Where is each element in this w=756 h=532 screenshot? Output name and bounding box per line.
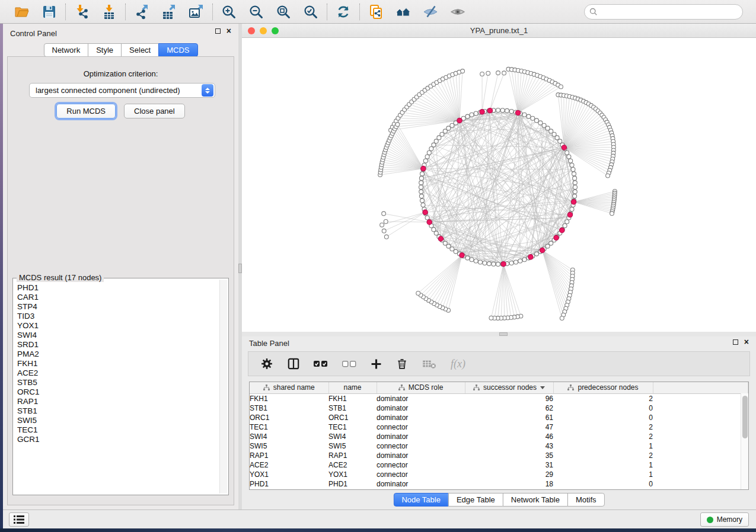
float-window-icon[interactable] (733, 339, 738, 345)
run-mcds-button[interactable]: Run MCDS (56, 104, 116, 118)
save-session-button[interactable] (40, 3, 58, 21)
show-column-panel-button[interactable] (288, 358, 299, 370)
zoom-in-button[interactable] (220, 3, 238, 21)
minimize-traffic-light[interactable] (260, 27, 267, 34)
search-input[interactable] (601, 8, 738, 17)
node-table: shared name name MCDS role successor nod… (249, 382, 749, 490)
control-panel: Control Panel × Network Style Select MCD… (3, 24, 238, 509)
import-network-button[interactable] (73, 3, 91, 21)
table-row[interactable]: PHD1PHD1dominator180 (250, 479, 748, 489)
column-header-shared-name[interactable]: shared name (250, 382, 328, 393)
maximize-traffic-light[interactable] (272, 27, 279, 34)
list-item[interactable]: FKH1 (17, 359, 219, 368)
import-table-button[interactable] (100, 3, 118, 21)
tab-motifs[interactable]: Motifs (567, 493, 605, 507)
table-panel-title: Table Panel (249, 339, 289, 348)
import-table-icon (101, 4, 117, 20)
show-task-history-button[interactable] (9, 512, 29, 527)
dropdown-stepper-icon (202, 84, 213, 97)
delete-table-button[interactable] (422, 358, 436, 369)
column-type-icon (398, 384, 405, 391)
list-item[interactable]: ACE2 (17, 368, 219, 378)
criterion-dropdown[interactable]: largest connected component (undirected) (29, 83, 215, 98)
select-all-columns-button[interactable] (314, 360, 328, 367)
list-item[interactable]: STB1 (17, 406, 219, 416)
export-network-button[interactable] (133, 3, 151, 21)
optimization-criterion-label: Optimization criterion: (8, 69, 234, 78)
open-file-button[interactable] (13, 3, 31, 21)
tab-network-table[interactable]: Network Table (503, 493, 568, 507)
clone-network-button[interactable] (367, 3, 385, 21)
list-item[interactable]: SWI5 (17, 416, 219, 425)
tab-mcds[interactable]: MCDS (158, 43, 197, 57)
column-header-name[interactable]: name (328, 382, 377, 393)
network-window: YPA_prune.txt_1 (242, 24, 756, 332)
table-row[interactable]: SWI4SWI4dominator462 (250, 432, 748, 441)
close-panel-icon[interactable]: × (744, 339, 749, 345)
network-graph[interactable] (242, 38, 755, 332)
export-table-button[interactable] (160, 3, 178, 21)
list-item[interactable]: STB5 (17, 378, 219, 387)
column-header-mcds-role[interactable]: MCDS role (377, 382, 465, 393)
table-row[interactable]: ORC1ORC1dominator610 (250, 413, 748, 422)
zoom-out-button[interactable] (247, 3, 265, 21)
list-item[interactable]: PMA2 (17, 350, 219, 359)
eye-slash-icon (423, 4, 438, 20)
tab-select[interactable]: Select (121, 43, 159, 57)
show-all-button[interactable] (449, 3, 467, 21)
list-item[interactable]: SRD1 (17, 340, 219, 350)
zoom-selected-button[interactable] (302, 3, 320, 21)
splitter-grip[interactable] (499, 332, 508, 336)
table-tabs: Node Table Edge Table Network Table Moti… (393, 493, 604, 507)
tab-style[interactable]: Style (88, 43, 122, 57)
column-header-successor-nodes[interactable]: successor nodes (465, 382, 553, 393)
list-item[interactable]: TID3 (17, 312, 219, 321)
list-item[interactable]: STP4 (17, 302, 219, 312)
list-item[interactable]: SWI4 (17, 331, 219, 340)
table-row[interactable]: SWI5SWI5connector431 (250, 441, 748, 451)
first-neighbors-button[interactable] (394, 3, 412, 21)
network-canvas[interactable] (242, 38, 756, 332)
table-row[interactable]: TEC1TEC1connector472 (250, 422, 748, 432)
tab-edge-table[interactable]: Edge Table (448, 493, 503, 507)
memory-button[interactable]: Memory (700, 512, 749, 527)
column-header-predecessor-nodes[interactable]: predecessor nodes (553, 382, 653, 393)
zoom-fit-button[interactable] (275, 3, 292, 21)
table-row[interactable]: ACE2ACE2connector311 (250, 460, 748, 470)
gear-icon (260, 357, 273, 370)
list-item[interactable]: GCR1 (17, 435, 219, 444)
close-traffic-light[interactable] (248, 27, 255, 34)
list-item[interactable]: TEC1 (17, 425, 219, 435)
list-item[interactable]: CAR1 (17, 293, 219, 302)
list-item[interactable]: PHD1 (17, 283, 219, 293)
table-row[interactable]: YOX1YOX1connector291 (250, 470, 748, 479)
scrollbar-thumb[interactable] (742, 396, 748, 438)
tab-network[interactable]: Network (43, 43, 88, 57)
table-header-row: shared name name MCDS role successor nod… (250, 382, 748, 393)
tab-node-table[interactable]: Node Table (393, 493, 449, 507)
table-scrollbar[interactable] (741, 393, 748, 489)
apply-style-refresh-button[interactable] (334, 3, 352, 21)
unselect-all-columns-button[interactable] (342, 360, 356, 367)
list-item[interactable]: YOX1 (17, 321, 219, 331)
export-table-icon (161, 4, 177, 20)
export-image-button[interactable] (187, 3, 205, 21)
list-item[interactable]: ORC1 (17, 387, 219, 397)
save-icon (42, 4, 57, 20)
close-panel-icon[interactable]: × (227, 28, 231, 34)
close-panel-button[interactable]: Close panel (124, 104, 185, 118)
search-icon (589, 8, 598, 16)
hide-selected-button[interactable] (422, 3, 439, 21)
list-item[interactable]: RAP1 (17, 397, 219, 406)
refresh-icon (336, 4, 351, 20)
horizontal-splitter[interactable] (242, 332, 756, 336)
table-row[interactable]: STB1STB1dominator620 (250, 403, 748, 413)
table-row[interactable]: FKH1FKH1dominator962 (250, 393, 748, 403)
function-builder-button[interactable]: f(x) (451, 358, 465, 370)
table-settings-button[interactable] (260, 357, 273, 370)
list-scrollbar[interactable] (219, 280, 227, 493)
float-window-icon[interactable] (215, 28, 221, 34)
delete-column-button[interactable] (396, 358, 408, 370)
create-column-button[interactable] (371, 358, 382, 370)
table-row[interactable]: RAP1RAP1dominator352 (250, 451, 748, 460)
